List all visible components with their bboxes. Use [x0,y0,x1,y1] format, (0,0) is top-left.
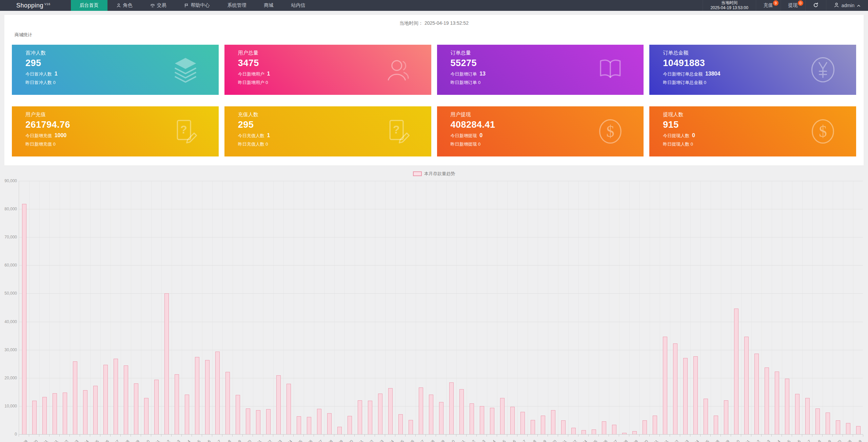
recharge-nav-item[interactable]: 充值 9 [756,0,781,11]
chart-bar [32,401,37,434]
y-axis-tick-label: 20,000 [0,376,17,380]
x-axis-tick-label: 11 [154,439,161,442]
x-axis-tick-label: 03 [378,439,384,442]
x-axis-tick-label: 03 [73,439,79,442]
chart-bar [409,420,413,434]
x-axis-tick-label: 30 [348,439,354,442]
chart-bar [246,408,250,434]
users-icon [384,56,412,83]
chart-bar [195,357,199,434]
chart-bar [144,398,149,434]
menu-item-5[interactable]: 系统管理 [219,0,255,11]
yen-icon [809,56,836,83]
chart-bar [225,372,230,434]
x-axis-tick-label: 02 [368,439,374,442]
menu-item-3[interactable]: 交易 [141,0,175,11]
recharge-badge: 9 [773,0,778,6]
panel-local-time: 当地时间： 2025-04-19 13:52:52 [4,15,864,26]
menu-item-4[interactable]: 帮助中心 [175,0,219,11]
chart-bar [683,358,688,434]
svg-text:$: $ [819,123,827,140]
menu-item-label: 角色 [123,2,133,8]
layers-icon [172,56,199,83]
x-axis-tick-label: 22 [266,439,273,442]
x-axis-tick-label: 12 [470,439,476,442]
menu-item-label: 商城 [264,2,274,8]
x-axis-tick-label: 13 [480,439,486,442]
section-title: 商城统计 [15,32,864,38]
chart-plot-area [19,181,863,434]
menu-item-2[interactable]: 角色 [107,0,141,11]
chart-bar [327,413,332,434]
local-time-value: 2025-04-19 13:53:00 [710,5,748,10]
scales-icon [150,3,155,8]
chart-bar [449,382,454,434]
user-menu[interactable]: admin [826,0,868,11]
chart-bar [134,383,138,434]
x-axis-tick-label: 07 [419,439,425,442]
chart-bar [531,420,535,434]
chart-bar [307,417,311,434]
x-axis-tick-label: 29 [337,439,344,442]
menu-item-label: 交易 [157,2,166,8]
chart-bar [73,361,77,434]
x-axis-tick-label: 27 [317,439,323,442]
card-title: 用户总量 [238,50,431,56]
withdraw-nav-item[interactable]: 提现 0 [781,0,805,11]
chart-bar [317,409,321,434]
chart-bar [154,380,159,434]
x-axis-tick-label: 04 [83,439,90,442]
x-axis-tick-label: 31 [42,439,49,442]
x-axis-tick-label: 05 [93,439,100,442]
stat-card: 订单总金额10491883今日新增订单总金额 13804昨日新增订单总金额 0 [649,45,856,95]
x-axis-tick-label: 17 [520,439,527,442]
stat-card: 充值人数295今日充值人数 1昨日充值人数 0? [224,106,431,156]
x-axis-tick-label: 09 [439,439,446,442]
x-axis-tick-label: 11 [744,439,751,442]
x-axis-tick-label: 01 [53,439,59,442]
x-axis-tick-label: 17 [215,439,222,442]
x-axis-tick-label: 13 [175,439,181,442]
gridline [19,265,863,266]
chart-bar [114,359,118,434]
withdraw-badge: 0 [798,0,803,6]
chart-bar [490,408,494,434]
chart-bar [480,406,484,434]
chart-bar [215,352,220,434]
chart-bar [704,399,708,434]
username-label: admin [842,3,854,8]
chart-bar [632,431,637,434]
x-axis-tick-label: 15 [195,439,201,442]
x-axis-tick-label: 15 [500,439,507,442]
stat-card: 订单总量55275今日新增订单 13昨日新增订单 0 [437,45,644,95]
chart-bar [846,423,850,434]
deposit-trend-chart: 本月存款量趋势 90,00080,00070,00060,00050,00040… [0,169,868,437]
chart-bar [337,427,342,434]
x-axis-tick-label: 12 [754,439,761,442]
x-axis-tick-label: 03 [683,439,690,442]
chart-bar [724,400,728,434]
x-axis-tick-label: 02 [673,439,679,442]
dollar-icon: $ [809,118,836,145]
x-axis-tick-label: 24 [287,439,293,442]
chart-legend[interactable]: 本月存款量趋势 [0,169,868,178]
x-axis-tick-label: 06 [103,439,110,442]
menu-item-1[interactable]: 后台首页 [71,0,107,11]
x-axis-tick-label: 10 [144,439,151,442]
chart-bar [805,398,810,434]
card-title: 订单总金额 [663,50,856,56]
recharge-label: 充值 [764,2,773,8]
chart-bar [53,393,57,434]
x-axis-tick-label: 19 [236,439,242,442]
menu-item-7[interactable]: 站内信 [282,0,314,11]
refresh-button[interactable] [805,0,826,11]
x-axis-tick-label: 08 [429,439,435,442]
chart-bar [256,410,260,434]
chevron-up-icon [857,3,861,8]
chart-bar [785,379,789,434]
x-axis-tick-label: 30 [643,439,649,442]
chart-bar [856,426,861,434]
chart-bar [541,416,545,434]
x-axis-tick-label: 09 [724,439,730,442]
menu-item-6[interactable]: 商城 [255,0,282,11]
